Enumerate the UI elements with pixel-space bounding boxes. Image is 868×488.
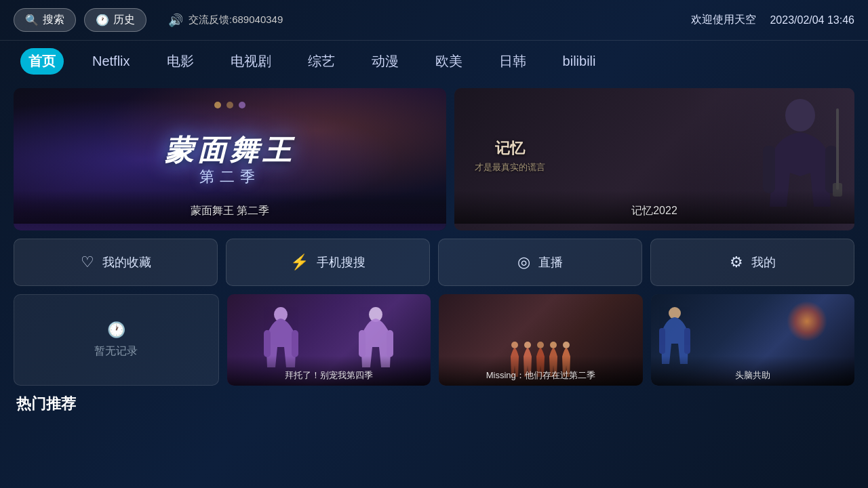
hero-left-caption: 蒙面舞王 第二季: [14, 190, 446, 224]
quick-actions-row: ♡ 我的收藏 ⚡ 手机搜搜 ◎ 直播 ⚙ 我的: [14, 239, 854, 286]
svg-rect-17: [659, 328, 665, 354]
hero-banner-left[interactable]: 蒙面舞王 第二季 蒙面舞王 第二季: [14, 88, 446, 230]
svg-rect-9: [359, 330, 366, 357]
mobile-search-button[interactable]: ⚡ 手机搜搜: [226, 239, 430, 286]
mobile-search-label: 手机搜搜: [317, 254, 366, 270]
mine-label: 我的: [751, 254, 776, 270]
svg-rect-18: [684, 328, 690, 354]
svg-rect-6: [264, 330, 271, 357]
search-label: 搜索: [43, 13, 64, 27]
gear-icon: ⚙: [730, 253, 743, 271]
hero-right-title: 记忆: [475, 138, 545, 159]
content-card-3[interactable]: 头脑共助: [651, 294, 855, 386]
main-content: 蒙面舞王 第二季 蒙面舞王 第二季: [0, 81, 868, 414]
card-1-title: 拜托了！别宠我第四季: [227, 356, 431, 386]
hero-row: 蒙面舞王 第二季 蒙面舞王 第二季: [14, 88, 854, 230]
nav-item-western[interactable]: 欧美: [427, 48, 471, 75]
search-icon: 🔍: [25, 14, 39, 26]
hero-banner-right[interactable]: 记忆 才是最真实的谎言 记忆2022: [454, 88, 854, 230]
nav-item-home[interactable]: 首页: [20, 48, 64, 75]
svg-point-11: [511, 342, 518, 348]
favorites-button[interactable]: ♡ 我的收藏: [14, 239, 218, 286]
nav-item-movies[interactable]: 电影: [159, 48, 202, 75]
content-card-2[interactable]: Missing：他们存在过第二季: [439, 294, 643, 386]
nav-item-anime[interactable]: 动漫: [363, 48, 407, 75]
svg-point-0: [785, 99, 815, 131]
svg-rect-10: [387, 330, 393, 357]
hero-right-caption: 记忆2022: [454, 190, 854, 224]
feedback-text: 交流反馈:689040349: [189, 14, 283, 26]
recent-empty-card: 🕐 暂无记录: [14, 294, 219, 386]
svg-rect-3: [836, 108, 839, 190]
hero-right-subtitle: 才是最真实的谎言: [475, 161, 545, 174]
svg-point-13: [537, 342, 544, 348]
no-record-label: 暂无记录: [94, 344, 138, 359]
live-button[interactable]: ◎ 直播: [438, 239, 642, 286]
heart-icon: ♡: [81, 253, 94, 271]
svg-rect-7: [292, 330, 298, 357]
nav-bar: 首页 Netflix 电影 电视剧 综艺 动漫 欧美 日韩 bilibili: [0, 41, 868, 81]
feedback-area: 🔊 交流反馈:689040349: [168, 13, 283, 28]
svg-rect-1: [763, 146, 775, 193]
history-icon: 🕐: [96, 14, 109, 26]
nav-item-korean[interactable]: 日韩: [491, 48, 534, 75]
svg-point-12: [524, 342, 531, 348]
target-icon: ◎: [517, 253, 530, 271]
nav-item-tv[interactable]: 电视剧: [222, 48, 279, 75]
datetime: 2023/02/04 13:46: [770, 14, 854, 26]
clock-icon: 🕐: [107, 321, 125, 339]
top-bar-left: 🔍 搜索 🕐 历史 🔊 交流反馈:689040349: [14, 8, 283, 32]
hero-left-title: 蒙面舞王: [165, 131, 295, 169]
gun-icon: [827, 108, 848, 203]
mine-button[interactable]: ⚙ 我的: [650, 239, 854, 286]
cards-row: 🕐 暂无记录: [14, 294, 854, 386]
top-bar-right: 欢迎使用天空 2023/02/04 13:46: [691, 13, 854, 27]
card-2-title: Missing：他们存在过第二季: [439, 356, 643, 386]
volume-icon: 🔊: [168, 13, 183, 28]
svg-point-15: [563, 342, 570, 348]
nav-item-variety[interactable]: 综艺: [300, 48, 343, 75]
search-button[interactable]: 🔍 搜索: [14, 8, 76, 32]
svg-point-14: [550, 342, 557, 348]
content-card-1[interactable]: 拜托了！别宠我第四季: [227, 294, 431, 386]
card-3-title: 头脑共助: [651, 356, 855, 386]
hero-left-subtitle: 第二季: [165, 167, 295, 187]
live-label: 直播: [538, 254, 563, 270]
section-title: 热门推荐: [14, 394, 854, 414]
hero-right-text: 记忆 才是最真实的谎言: [475, 138, 545, 174]
nav-item-bilibili[interactable]: bilibili: [555, 49, 604, 73]
bolt-icon: ⚡: [290, 253, 309, 271]
history-button[interactable]: 🕐 历史: [84, 8, 146, 32]
top-bar: 🔍 搜索 🕐 历史 🔊 交流反馈:689040349 欢迎使用天空 2023/0…: [0, 0, 868, 41]
history-label: 历史: [113, 13, 135, 27]
welcome-text: 欢迎使用天空: [691, 13, 756, 27]
nav-item-netflix[interactable]: Netflix: [84, 49, 138, 73]
favorites-label: 我的收藏: [102, 254, 151, 270]
